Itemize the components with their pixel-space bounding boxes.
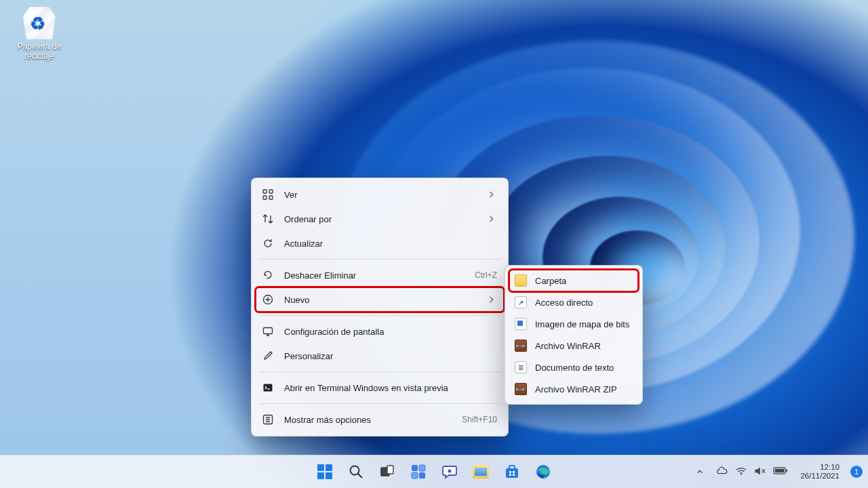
menu-label: Personalizar — [284, 351, 497, 361]
submenu-label: Imagen de mapa de bits — [535, 319, 631, 329]
svg-rect-20 — [513, 474, 515, 476]
chevron-right-icon — [489, 216, 497, 222]
submenu-item-folder[interactable]: Carpeta — [509, 270, 638, 291]
submenu-label: Archivo WinRAR ZIP — [535, 384, 631, 394]
chevron-right-icon — [489, 296, 497, 303]
text-doc-icon — [515, 361, 527, 373]
task-view-button[interactable] — [374, 458, 401, 485]
battery-icon — [773, 466, 788, 477]
menu-label: Abrir en Terminal Windows en vista previ… — [284, 383, 497, 393]
menu-item-display-settings[interactable]: Configuración de pantalla — [256, 319, 504, 344]
svg-rect-0 — [263, 190, 267, 193]
store-button[interactable] — [498, 458, 526, 485]
start-button[interactable] — [311, 458, 338, 485]
clock-date: 26/11/2021 — [800, 472, 840, 481]
svg-rect-25 — [775, 469, 785, 473]
clock-time: 12:10 — [800, 463, 840, 472]
windows-logo-icon — [317, 464, 332, 479]
submenu-item-winrar[interactable]: Archivo WinRAR — [509, 335, 638, 357]
shortcut-icon — [515, 296, 527, 308]
menu-separator — [258, 315, 501, 316]
submenu-item-text[interactable]: Documento de texto — [509, 357, 638, 378]
submenu-item-shortcut[interactable]: Acceso directo — [509, 291, 638, 313]
edge-button[interactable] — [530, 458, 557, 485]
chat-button[interactable] — [436, 458, 463, 485]
submenu-label: Archivo WinRAR — [535, 341, 631, 351]
folder-icon — [515, 274, 527, 287]
menu-separator — [258, 259, 501, 260]
notification-count: 1 — [854, 468, 859, 476]
menu-item-more-options[interactable]: Mostrar más opciones Shift+F10 — [256, 407, 504, 432]
search-icon — [348, 464, 364, 480]
svg-rect-19 — [509, 474, 511, 476]
submenu-item-bitmap[interactable]: Imagen de mapa de bits — [509, 313, 638, 335]
svg-rect-1 — [269, 190, 273, 193]
display-settings-icon — [261, 325, 275, 338]
task-view-icon — [379, 464, 395, 480]
recycle-bin-icon[interactable]: ♻ Papelera de reciclaje — [12, 7, 66, 62]
view-grid-icon — [261, 188, 275, 201]
menu-item-new[interactable]: Nuevo — [256, 287, 504, 312]
menu-label: Nuevo — [284, 295, 482, 305]
menu-label: Ver — [284, 190, 482, 200]
more-options-icon — [261, 413, 275, 426]
file-explorer-button[interactable] — [467, 458, 494, 485]
svg-rect-24 — [787, 470, 788, 472]
svg-rect-14 — [419, 472, 425, 479]
menu-item-refresh[interactable]: Actualizar — [256, 231, 504, 256]
svg-rect-2 — [263, 196, 267, 199]
chat-icon — [441, 464, 458, 480]
svg-rect-13 — [412, 472, 418, 479]
edge-icon — [535, 464, 551, 480]
volume-mute-icon — [754, 466, 766, 478]
taskbar-right: 12:10 26/11/2021 1 — [690, 458, 863, 485]
new-submenu: Carpeta Acceso directo Imagen de mapa de… — [505, 265, 643, 405]
terminal-icon — [261, 381, 275, 394]
search-button[interactable] — [342, 458, 370, 485]
menu-separator — [258, 403, 501, 404]
taskbar-center — [311, 458, 557, 485]
undo-icon — [261, 268, 275, 282]
svg-rect-10 — [387, 466, 393, 474]
menu-item-personalize[interactable]: Personalizar — [256, 344, 504, 368]
bitmap-icon — [515, 318, 527, 330]
wifi-icon — [735, 466, 747, 478]
submenu-label: Acceso directo — [535, 298, 631, 308]
menu-item-terminal[interactable]: Abrir en Terminal Windows en vista previ… — [256, 375, 504, 400]
personalize-icon — [261, 349, 275, 363]
menu-label: Ordenar por — [284, 214, 482, 224]
menu-item-view[interactable]: Ver — [256, 182, 504, 207]
winrar-zip-icon — [515, 383, 527, 395]
svg-rect-18 — [513, 471, 515, 473]
svg-rect-11 — [412, 465, 418, 471]
system-tray[interactable] — [711, 466, 793, 478]
taskbar-clock[interactable]: 12:10 26/11/2021 — [795, 463, 845, 481]
onedrive-icon — [716, 466, 728, 478]
menu-separator — [258, 371, 501, 372]
menu-item-sort[interactable]: Ordenar por — [256, 207, 504, 231]
menu-shortcut: Ctrl+Z — [475, 270, 497, 280]
submenu-label: Carpeta — [535, 276, 631, 286]
svg-point-15 — [448, 470, 452, 473]
widgets-icon — [410, 464, 427, 480]
svg-rect-12 — [419, 465, 425, 471]
svg-point-8 — [351, 466, 359, 475]
notification-badge[interactable]: 1 — [850, 466, 863, 478]
file-explorer-icon — [473, 465, 489, 479]
svg-rect-5 — [264, 328, 273, 334]
tray-overflow-button[interactable] — [690, 458, 709, 485]
svg-rect-16 — [506, 468, 518, 478]
menu-item-undo[interactable]: Deshacer Eliminar Ctrl+Z — [256, 263, 504, 287]
desktop-context-menu: Ver Ordenar por Actualizar Deshacer Elim… — [251, 178, 509, 436]
refresh-icon — [261, 237, 275, 250]
submenu-item-winrar-zip[interactable]: Archivo WinRAR ZIP — [509, 378, 638, 400]
menu-label: Configuración de pantalla — [284, 327, 497, 337]
widgets-button[interactable] — [405, 458, 432, 485]
submenu-label: Documento de texto — [535, 363, 631, 373]
svg-rect-6 — [264, 384, 273, 392]
plus-circle-icon — [261, 293, 275, 306]
winrar-icon — [515, 340, 527, 352]
svg-rect-3 — [269, 196, 273, 199]
menu-label: Mostrar más opciones — [284, 415, 455, 425]
menu-shortcut: Shift+F10 — [462, 415, 497, 424]
